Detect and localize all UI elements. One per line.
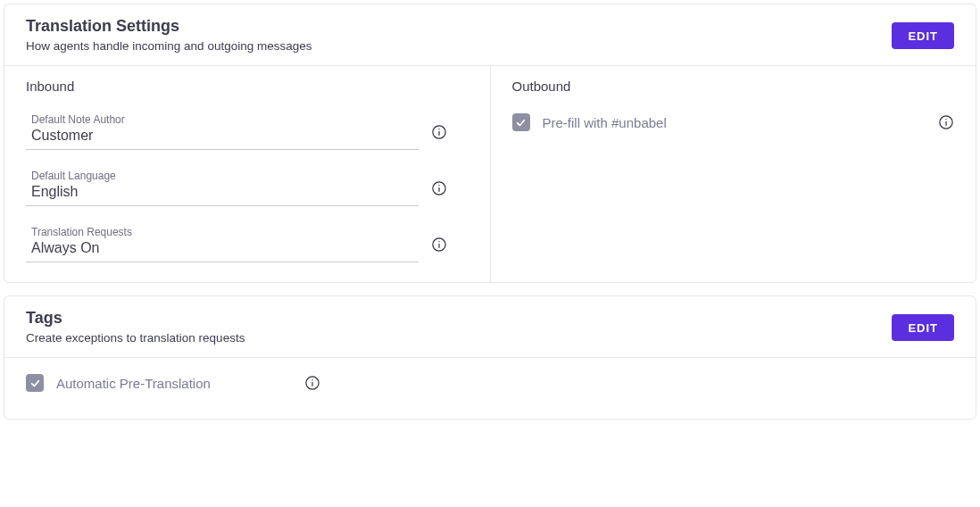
- tags-body: Automatic Pre-Translation: [4, 358, 976, 419]
- tags-header: Tags Create exceptions to translation re…: [4, 296, 976, 358]
- translation-requests-field[interactable]: Translation Requests Always On: [26, 226, 419, 262]
- info-icon[interactable]: [431, 237, 447, 253]
- translation-settings-subtitle: How agents handle incoming and outgoing …: [26, 39, 311, 53]
- prefill-left: Pre-fill with #unbabel: [512, 113, 667, 131]
- svg-point-4: [438, 184, 439, 185]
- default-note-author-value: Customer: [31, 128, 419, 144]
- translation-settings-titles: Translation Settings How agents handle i…: [26, 17, 311, 53]
- translation-requests-value: Always On: [31, 240, 419, 256]
- auto-pretranslation-left: Automatic Pre-Translation: [26, 374, 211, 392]
- inbound-heading: Inbound: [26, 79, 469, 94]
- svg-point-13: [311, 379, 312, 380]
- translation-settings-title: Translation Settings: [26, 17, 311, 36]
- svg-point-1: [438, 128, 439, 129]
- svg-point-7: [438, 240, 439, 241]
- translation-requests-block: Translation Requests Always On: [26, 226, 469, 262]
- translation-settings-body: Inbound Default Note Author Customer Def…: [4, 66, 976, 282]
- translation-settings-card: Translation Settings How agents handle i…: [4, 4, 976, 283]
- info-icon[interactable]: [938, 114, 954, 130]
- prefill-checkbox[interactable]: [512, 113, 530, 131]
- edit-tags-button[interactable]: EDIT: [892, 314, 954, 341]
- outbound-heading: Outbound: [512, 79, 955, 94]
- svg-point-10: [945, 119, 946, 120]
- tags-subtitle: Create exceptions to translation request…: [26, 331, 245, 345]
- default-language-field[interactable]: Default Language English: [26, 170, 419, 206]
- info-icon[interactable]: [431, 124, 447, 140]
- auto-pretranslation-label: Automatic Pre-Translation: [56, 376, 211, 391]
- tags-titles: Tags Create exceptions to translation re…: [26, 309, 245, 345]
- inbound-column: Inbound Default Note Author Customer Def…: [4, 66, 491, 282]
- tags-card: Tags Create exceptions to translation re…: [4, 295, 976, 420]
- prefill-label: Pre-fill with #unbabel: [543, 115, 667, 130]
- translation-requests-label: Translation Requests: [31, 226, 419, 238]
- info-icon[interactable]: [304, 375, 320, 391]
- default-note-author-field[interactable]: Default Note Author Customer: [26, 113, 419, 150]
- default-note-author-label: Default Note Author: [31, 113, 419, 126]
- tags-title: Tags: [26, 309, 245, 328]
- auto-pretranslation-checkbox[interactable]: [26, 374, 44, 392]
- default-language-value: English: [31, 184, 419, 200]
- outbound-column: Outbound Pre-fill with #unbabel: [491, 66, 976, 282]
- default-language-label: Default Language: [31, 170, 419, 182]
- auto-pretranslation-row: Automatic Pre-Translation: [26, 374, 320, 392]
- translation-settings-header: Translation Settings How agents handle i…: [4, 4, 976, 66]
- info-icon[interactable]: [431, 180, 447, 196]
- default-note-author-block: Default Note Author Customer: [26, 113, 469, 150]
- edit-translation-settings-button[interactable]: EDIT: [892, 22, 954, 49]
- default-language-block: Default Language English: [26, 170, 469, 206]
- prefill-row: Pre-fill with #unbabel: [512, 113, 955, 131]
